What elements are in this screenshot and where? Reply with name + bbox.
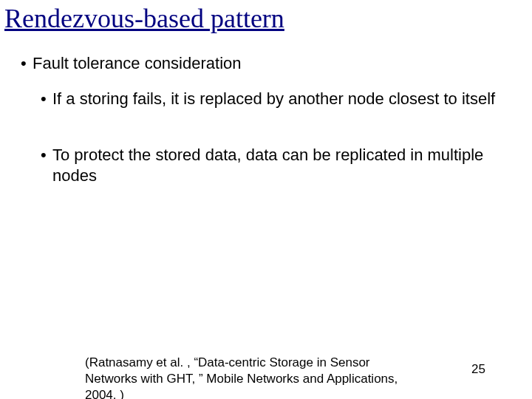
slide-title: Rendezvous-based pattern xyxy=(4,3,284,34)
slide: Rendezvous-based pattern • Fault toleran… xyxy=(0,0,532,399)
bullet-dot-icon: • xyxy=(21,53,27,74)
bullet-text: If a storing fails, it is replaced by an… xyxy=(52,89,506,109)
bullet-level1: • Fault tolerance consideration xyxy=(21,53,242,74)
bullet-level2: • To protect the stored data, data can b… xyxy=(41,145,506,185)
page-number: 25 xyxy=(471,362,485,377)
bullet-text: Fault tolerance consideration xyxy=(33,53,242,74)
citation-text: (Ratnasamy et al. , “Data-centric Storag… xyxy=(85,355,425,399)
bullet-text: To protect the stored data, data can be … xyxy=(52,145,506,185)
bullet-dot-icon: • xyxy=(41,145,47,166)
bullet-dot-icon: • xyxy=(41,89,47,109)
bullet-level2: • If a storing fails, it is replaced by … xyxy=(41,89,506,109)
